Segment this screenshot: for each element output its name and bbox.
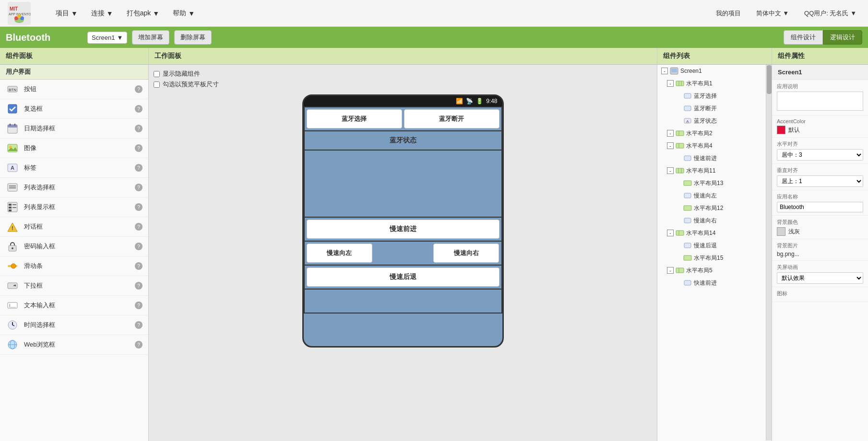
menu-project[interactable]: 项目 ▼ [50,6,83,21]
remove-screen-button[interactable]: 删除屏幕 [174,30,212,45]
component-design-button[interactable]: 组件设计 [784,30,823,45]
comp-webview[interactable]: Web浏览框 ? [0,335,148,355]
show-hidden-checkbox[interactable]: 显示隐藏组件 [154,70,652,78]
menu-connect[interactable]: 连接 ▼ [85,6,119,21]
tree-hlayout4[interactable]: - 水平布局4 [657,139,766,152]
tree-bt-status[interactable]: A 蓝牙状态 [657,115,766,127]
screen1-icon [670,67,678,75]
screen1-expand[interactable]: - [661,68,668,74]
svg-rect-9 [8,104,17,113]
logic-design-button[interactable]: 逻辑设计 [823,30,862,45]
bluetooth-select-btn[interactable]: 蓝牙选择 [307,109,402,128]
phone-row-1: 蓝牙选择 蓝牙断开 [304,106,502,131]
bg-color-swatch[interactable] [777,227,785,236]
webview-help-icon[interactable]: ? [135,341,143,348]
listpicker-help-icon[interactable]: ? [135,184,143,191]
tree-bt-select[interactable]: 蓝牙选择 [657,90,766,102]
comp-listpicker[interactable]: 列表选择框 ? [0,178,148,197]
right-panels: 组件列表 - Screen1 - 水平布局1 [657,48,868,441]
accent-color-swatch[interactable] [777,126,785,134]
left-panel: 组件面板 用户界面 BTN 按钮 ? 复选框 ? 日期选择框 ? [0,48,149,441]
tree-scrollbar-thumb[interactable] [767,65,772,94]
slider-help-icon[interactable]: ? [135,262,143,270]
slow-back-btn[interactable]: 慢速后退 [307,267,499,287]
slow-right-btn[interactable]: 慢速向右 [433,244,499,263]
tree-bt-disconnect[interactable]: 蓝牙断开 [657,102,766,115]
tree-hlayout2[interactable]: - 水平布局2 [657,127,766,139]
lang-selector[interactable]: 简体中文 ▼ [752,7,793,20]
svg-rect-65 [676,231,684,235]
prop-bg-image: 背景图片 bg.png... [772,239,868,261]
tree-hlayout13[interactable]: 水平布局13 [657,177,766,189]
hlayout1-expand[interactable]: - [667,80,674,87]
checkbox-help-icon[interactable]: ? [135,105,143,113]
menu-apk[interactable]: 打包apk ▼ [121,6,165,21]
textinput-help-icon[interactable]: ? [135,302,143,309]
image-help-icon[interactable]: ? [135,144,143,152]
hlayout4-expand[interactable]: - [667,142,674,149]
dropdown-help-icon[interactable]: ? [135,282,143,290]
listview-help-icon[interactable]: ? [135,203,143,211]
comp-time[interactable]: 时间选择框 ? [0,315,148,335]
wifi-icon: 📶 [456,98,463,104]
accent-color-row: 默认 [777,126,863,134]
tree-scrollbar[interactable] [766,65,772,441]
horizontal-align-select[interactable]: 居中：3 [777,149,863,161]
show-hidden-input[interactable] [154,71,160,77]
password-help-icon[interactable]: ? [135,243,143,250]
tree-slow-right[interactable]: 慢速向右 [657,214,766,227]
slow-left-btn[interactable]: 慢速向左 [307,244,372,263]
button-help-icon[interactable]: ? [135,85,143,93]
svg-text:BTN: BTN [9,88,16,92]
app-desc-input[interactable] [777,92,863,111]
label-help-icon[interactable]: ? [135,164,143,172]
svg-rect-50 [684,106,691,111]
comp-button[interactable]: BTN 按钮 ? [0,80,148,99]
tree-fast-forward[interactable]: 快速前进 [657,277,766,289]
tree-hlayout12[interactable]: 水平布局12 [657,202,766,214]
tree-hlayout15[interactable]: 水平布局15 [657,252,766,264]
comp-dialog[interactable]: ! 对话框 ? [0,217,148,237]
screen-select[interactable]: Screen1 ▼ [87,32,127,44]
tree-slow-forward[interactable]: 慢速前进 [657,152,766,164]
app-name-input[interactable] [777,202,863,212]
my-projects-link[interactable]: 我的项目 [712,7,745,20]
vertical-align-select[interactable]: 居上：1 [777,175,863,187]
comp-slider[interactable]: 滑动条 ? [0,256,148,276]
hlayout2-expand[interactable]: - [667,130,674,137]
user-menu[interactable]: QQ用户: 无名氏 ▼ [800,7,860,20]
svg-rect-58 [676,168,684,173]
tree-slow-back[interactable]: 慢速后退 [657,239,766,252]
dialog-help-icon[interactable]: ? [135,223,143,231]
comp-textinput[interactable]: I 文本输入框 ? [0,296,148,315]
listpicker-icon [6,181,19,194]
comp-image[interactable]: 图像 ? [0,139,148,158]
comp-label[interactable]: A 标签 ? [0,158,148,178]
slow-forward-btn[interactable]: 慢速前进 [307,220,499,239]
hlayout11-icon [676,166,684,175]
comp-password[interactable]: 密码输入框 ? [0,237,148,256]
preview-size-input[interactable] [154,81,160,88]
add-screen-button[interactable]: 增加屏幕 [132,30,169,45]
hlayout5-expand[interactable]: - [667,267,674,274]
tree-hlayout11[interactable]: - 水平布局11 [657,164,766,177]
comp-date[interactable]: 日期选择框 ? [0,119,148,139]
tree-hlayout5[interactable]: - 水平布局5 [657,264,766,277]
comp-listview[interactable]: 列表显示框 ? [0,197,148,217]
close-anim-select[interactable]: 默认效果 [777,272,863,284]
tree-hlayout14[interactable]: - 水平布局14 [657,227,766,239]
tree-hlayout1[interactable]: - 水平布局1 [657,77,766,90]
comp-dropdown[interactable]: 下拉框 ? [0,276,148,296]
tree-slow-left[interactable]: 慢速向左 [657,189,766,202]
hlayout11-expand[interactable]: - [667,167,674,174]
bg-color-row: 浅灰 [777,227,863,236]
bluetooth-disconnect-btn[interactable]: 蓝牙断开 [404,109,499,128]
hlayout14-expand[interactable]: - [667,230,674,236]
checkboxes-area: 显示隐藏组件 勾选以预览平板尺寸 [154,70,652,89]
comp-checkbox[interactable]: 复选框 ? [0,99,148,119]
tree-screen1[interactable]: - Screen1 [657,65,766,77]
preview-size-checkbox[interactable]: 勾选以预览平板尺寸 [154,80,652,89]
menu-help[interactable]: 帮助 ▼ [167,6,201,21]
time-help-icon[interactable]: ? [135,321,143,329]
date-help-icon[interactable]: ? [135,125,143,132]
